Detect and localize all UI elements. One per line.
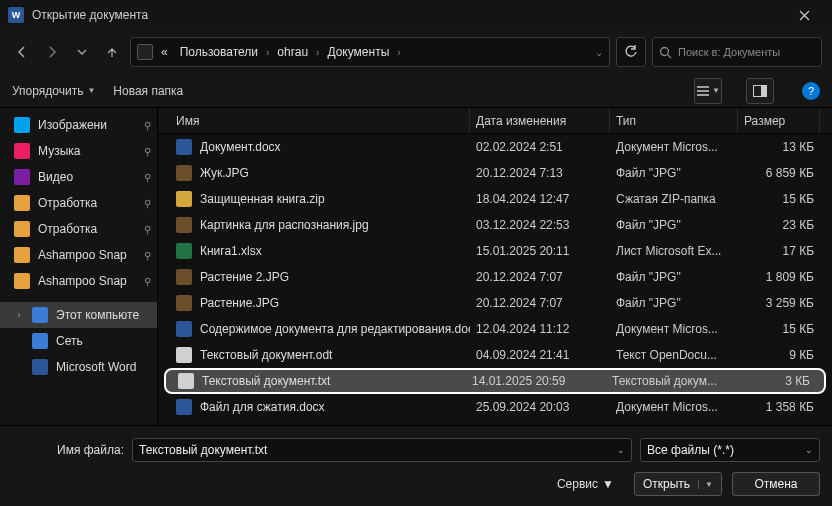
folder-icon	[14, 117, 30, 133]
column-name[interactable]: Имя	[170, 108, 470, 133]
window-title: Открытие документа	[32, 8, 784, 22]
file-row[interactable]: Защищенная книга.zip18.04.2024 12:47Сжат…	[158, 186, 832, 212]
dialog-body: Изображени⚲Музыка⚲Видео⚲Отработка⚲Отрабо…	[0, 108, 832, 425]
open-button[interactable]: Открыть ▼	[634, 472, 722, 496]
file-row[interactable]: Текстовый документ.odt04.09.2024 21:41Те…	[158, 342, 832, 368]
close-button[interactable]	[784, 0, 824, 30]
navigation-bar: « Пользователи › ohrau › Документы › ⌄ П…	[0, 30, 832, 74]
preview-pane-button[interactable]	[746, 78, 774, 104]
sidebar-item-net[interactable]: Сеть	[0, 328, 157, 354]
disk-icon	[137, 44, 153, 60]
sidebar-item[interactable]: Изображени⚲	[0, 112, 157, 138]
file-date: 12.04.2024 11:12	[470, 322, 610, 336]
breadcrumb-folder[interactable]: Документы	[323, 43, 393, 61]
open-file-dialog: W Открытие документа « Пользователи › oh…	[0, 0, 832, 506]
file-date: 04.09.2024 21:41	[470, 348, 610, 362]
recent-button[interactable]	[70, 38, 94, 66]
organize-menu[interactable]: Упорядочить ▼	[12, 84, 95, 98]
file-name: Книга1.xlsx	[200, 244, 262, 258]
arrow-left-icon	[15, 45, 29, 59]
forward-button[interactable]	[40, 38, 64, 66]
file-icon	[176, 347, 192, 363]
refresh-button[interactable]	[616, 37, 646, 67]
expand-icon[interactable]: ›	[14, 310, 24, 320]
file-icon	[176, 191, 192, 207]
breadcrumb-users[interactable]: Пользователи	[176, 43, 262, 61]
file-size: 15 КБ	[738, 192, 820, 206]
file-rows: Документ.docx02.02.2024 2:51Документ Mic…	[158, 134, 832, 425]
chevron-down-icon[interactable]: ⌄	[595, 47, 603, 58]
file-row[interactable]: Растение 2.JPG20.12.2024 7:07Файл "JPG"1…	[158, 264, 832, 290]
file-type: Текст OpenDocu...	[610, 348, 738, 362]
file-row[interactable]: Книга1.xlsx15.01.2025 20:11Лист Microsof…	[158, 238, 832, 264]
arrow-up-icon	[105, 45, 119, 59]
sidebar-item-label: Отработка	[38, 222, 97, 236]
sidebar-item-label: Сеть	[56, 334, 83, 348]
file-row[interactable]: Документ.docx02.02.2024 2:51Документ Mic…	[158, 134, 832, 160]
sidebar-item-word[interactable]: Microsoft Word	[0, 354, 157, 380]
view-options-button[interactable]: ▼	[694, 78, 722, 104]
new-folder-button[interactable]: Новая папка	[113, 84, 183, 98]
sidebar-item[interactable]: Ashampoo Snap⚲	[0, 268, 157, 294]
svg-point-0	[661, 47, 669, 55]
word-app-icon: W	[8, 7, 24, 23]
preview-pane-icon	[753, 85, 767, 97]
refresh-icon	[624, 45, 638, 59]
filename-label: Имя файла:	[12, 443, 124, 457]
column-date[interactable]: Дата изменения	[470, 108, 610, 133]
file-size: 17 КБ	[738, 244, 820, 258]
file-row[interactable]: Жук.JPG20.12.2024 7:13Файл "JPG"6 859 КБ	[158, 160, 832, 186]
filename-input[interactable]: Текстовый документ.txt ⌄	[132, 438, 632, 462]
pin-icon: ⚲	[144, 146, 151, 157]
help-button[interactable]: ?	[802, 82, 820, 100]
file-icon	[176, 321, 192, 337]
sidebar-item[interactable]: Отработка⚲	[0, 216, 157, 242]
sidebar-item[interactable]: Отработка⚲	[0, 190, 157, 216]
file-name: Документ.docx	[200, 140, 281, 154]
file-date: 20.12.2024 7:13	[470, 166, 610, 180]
file-icon	[176, 139, 192, 155]
chevron-right-icon: ›	[266, 47, 269, 58]
file-type-filter[interactable]: Все файлы (*.*) ⌄	[640, 438, 820, 462]
address-bar[interactable]: « Пользователи › ohrau › Документы › ⌄	[130, 37, 610, 67]
sidebar-item-pc[interactable]: ›Этот компьюте	[0, 302, 157, 328]
file-row[interactable]: Файл для сжатия.docx25.09.2024 20:03Доку…	[158, 394, 832, 420]
back-button[interactable]	[10, 38, 34, 66]
breadcrumb-root[interactable]: «	[157, 43, 172, 61]
chevron-down-icon: ⌄	[805, 445, 813, 455]
file-name: Текстовый документ.odt	[200, 348, 332, 362]
service-menu[interactable]: Сервис ▼	[557, 477, 614, 491]
search-input[interactable]: Поиск в: Документы	[652, 37, 822, 67]
file-size: 15 КБ	[738, 322, 820, 336]
up-button[interactable]	[100, 38, 124, 66]
column-size[interactable]: Размер	[738, 108, 820, 133]
file-size: 6 859 КБ	[738, 166, 820, 180]
file-icon	[176, 295, 192, 311]
chevron-down-icon[interactable]: ⌄	[617, 445, 625, 455]
file-size: 3 КБ	[734, 374, 816, 388]
breadcrumb-user[interactable]: ohrau	[273, 43, 312, 61]
file-date: 20.12.2024 7:07	[470, 296, 610, 310]
file-row[interactable]: Картинка для распознания.jpg03.12.2024 2…	[158, 212, 832, 238]
sidebar-item[interactable]: Видео⚲	[0, 164, 157, 190]
sidebar-item-label: Microsoft Word	[56, 360, 136, 374]
file-date: 25.09.2024 20:03	[470, 400, 610, 414]
column-type[interactable]: Тип	[610, 108, 738, 133]
pin-icon: ⚲	[144, 276, 151, 287]
file-date: 15.01.2025 20:11	[470, 244, 610, 258]
help-icon: ?	[808, 85, 814, 97]
file-size: 3 259 КБ	[738, 296, 820, 310]
file-icon	[176, 217, 192, 233]
file-type: Файл "JPG"	[610, 166, 738, 180]
folder-icon	[14, 221, 30, 237]
file-row[interactable]: Содержимое документа для редактирования.…	[158, 316, 832, 342]
file-date: 02.02.2024 2:51	[470, 140, 610, 154]
sidebar-item[interactable]: Музыка⚲	[0, 138, 157, 164]
file-row[interactable]: Текстовый документ.txt14.01.2025 20:59Те…	[164, 368, 826, 394]
cancel-button[interactable]: Отмена	[732, 472, 820, 496]
arrow-right-icon	[45, 45, 59, 59]
file-row[interactable]: Растение.JPG20.12.2024 7:07Файл "JPG"3 2…	[158, 290, 832, 316]
file-icon	[176, 269, 192, 285]
sidebar-item[interactable]: Ashampoo Snap⚲	[0, 242, 157, 268]
sidebar-item-label: Изображени	[38, 118, 107, 132]
